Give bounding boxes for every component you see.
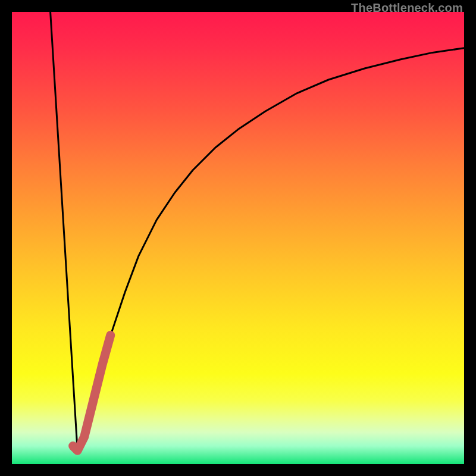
chart-frame: TheBottleneck.com — [0, 0, 476, 476]
curve-left-edge — [51, 12, 78, 450]
plot-area — [12, 12, 464, 464]
curve-log — [77, 48, 464, 450]
curve-layer — [12, 12, 464, 464]
watermark-text: TheBottleneck.com — [351, 1, 463, 15]
curve-highlight — [73, 335, 111, 450]
